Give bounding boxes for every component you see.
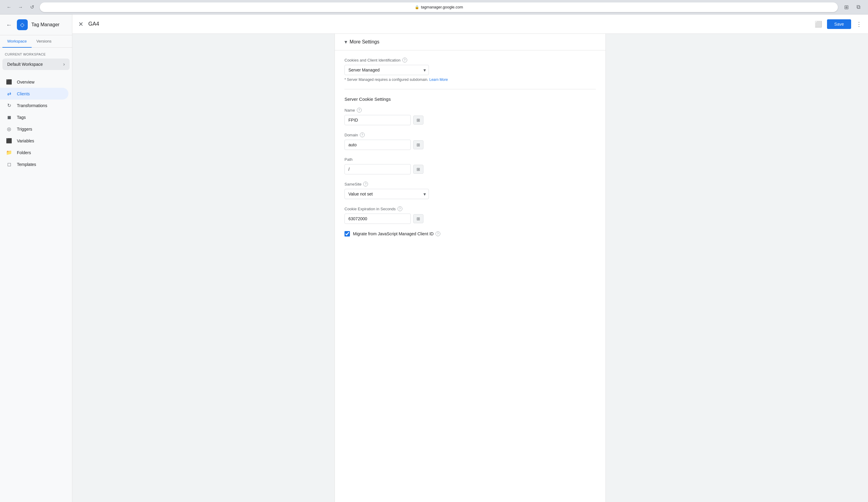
reload-button[interactable]: ↺ [28, 3, 36, 11]
path-field-group: Path ⊞ [344, 157, 596, 174]
cookies-help-icon[interactable]: ? [402, 58, 407, 62]
cookies-select[interactable]: Server Managed JavaScript Managed None [344, 65, 429, 75]
server-cookie-title: Server Cookie Settings [344, 97, 596, 102]
name-insert-variable-button[interactable]: ⊞ [413, 116, 423, 124]
name-label-text: Name [344, 108, 355, 112]
domain-label-text: Domain [344, 133, 358, 137]
domain-help-icon[interactable]: ? [360, 132, 365, 137]
clients-icon: ⇄ [6, 91, 12, 97]
address-text: tagmanager.google.com [421, 5, 463, 9]
expiration-label-text: Cookie Expiration in Seconds [344, 207, 396, 211]
collapse-icon: ▾ [344, 39, 347, 45]
tab-versions[interactable]: Versions [32, 35, 56, 48]
browser-chrome: ← → ↺ 🔒 tagmanager.google.com ⊞ ⧉ [0, 0, 868, 14]
domain-insert-variable-button[interactable]: ⊞ [413, 140, 423, 149]
expiration-input[interactable] [344, 214, 411, 224]
samesite-label-text: SameSite [344, 182, 361, 187]
app-name: Tag Manager [31, 22, 59, 28]
overview-icon: ⬛ [6, 79, 12, 85]
more-settings-body: Cookies and Client Identification ? Serv… [335, 50, 606, 244]
path-insert-variable-icon: ⊞ [416, 167, 420, 172]
section-divider [344, 89, 596, 89]
close-button[interactable]: ✕ [77, 19, 85, 29]
cookies-select-wrapper: Server Managed JavaScript Managed None ▾ [344, 65, 429, 75]
more-options-button[interactable]: ⋮ [855, 19, 863, 29]
cookies-label-text: Cookies and Client Identification [344, 58, 401, 62]
forward-button[interactable]: → [16, 3, 25, 11]
name-field-group: Name ? ⊞ [344, 108, 596, 125]
migrate-help-icon[interactable]: ? [435, 231, 440, 236]
domain-input[interactable] [344, 140, 411, 150]
expiration-insert-variable-button[interactable]: ⊞ [413, 214, 423, 223]
sidebar-item-transformations[interactable]: ↻ Transformations [0, 100, 69, 111]
sidebar-item-triggers[interactable]: ◎ Triggers [0, 123, 69, 135]
logo-icon: ◇ [17, 19, 28, 30]
current-workspace-label: CURRENT WORKSPACE [0, 48, 72, 57]
expiration-help-icon[interactable]: ? [397, 206, 402, 211]
cookies-help-text: * Server Managed requires a configured s… [344, 78, 596, 82]
workspace-arrow-icon: › [63, 61, 65, 67]
tags-icon: ◼ [6, 114, 12, 120]
sidebar-item-label-templates: Templates [17, 162, 36, 167]
topbar: ✕ GA4 ⬜ Save ⋮ [72, 14, 868, 34]
sidebar-item-folders[interactable]: 📁 Folders [0, 147, 69, 158]
cookies-help-text-content: * Server Managed requires a configured s… [344, 78, 428, 82]
sidebar-item-label-clients: Clients [17, 91, 30, 96]
expiration-field-group: Cookie Expiration in Seconds ? ⊞ [344, 206, 596, 224]
sidebar: ← ◇ Tag Manager Workspace Versions CURRE… [0, 14, 72, 502]
browser-controls: ← → ↺ [5, 3, 36, 11]
extensions-button[interactable]: ⊞ [841, 2, 851, 12]
migrate-label-text: Migrate from JavaScript Managed Client I… [353, 231, 434, 236]
browser-actions: ⊞ ⧉ [841, 2, 863, 12]
tab-workspace[interactable]: Workspace [2, 35, 32, 48]
more-settings-section-header[interactable]: ▾ More Settings [335, 34, 606, 50]
more-settings-title: More Settings [350, 39, 380, 45]
path-label: Path [344, 157, 596, 162]
sidebar-item-label-transformations: Transformations [17, 103, 47, 108]
domain-insert-variable-icon: ⊞ [416, 142, 420, 147]
sidebar-item-variables[interactable]: ⬛ Variables [0, 135, 69, 147]
samesite-label: SameSite ? [344, 182, 596, 187]
workspace-selector[interactable]: Default Workspace › [2, 59, 70, 70]
split-button[interactable]: ⧉ [854, 2, 863, 12]
name-input[interactable] [344, 115, 411, 125]
transformations-icon: ↻ [6, 103, 12, 108]
samesite-field-group: SameSite ? Value not set Strict Lax None… [344, 182, 596, 199]
sidebar-item-label-overview: Overview [17, 80, 34, 84]
lock-icon: 🔒 [415, 5, 419, 9]
name-help-icon[interactable]: ? [357, 108, 362, 112]
expiration-input-row: ⊞ [344, 214, 596, 224]
sidebar-item-clients[interactable]: ⇄ Clients [0, 88, 69, 100]
path-label-text: Path [344, 157, 353, 162]
samesite-select-wrapper: Value not set Strict Lax None ▾ [344, 189, 429, 199]
back-button[interactable]: ← [5, 3, 13, 11]
sidebar-item-label-triggers: Triggers [17, 127, 32, 132]
migrate-label[interactable]: Migrate from JavaScript Managed Client I… [353, 231, 440, 236]
path-insert-variable-button[interactable]: ⊞ [413, 165, 423, 174]
folders-icon: 📁 [6, 150, 12, 155]
address-bar[interactable]: 🔒 tagmanager.google.com [40, 2, 838, 12]
domain-field-group: Domain ? ⊞ [344, 132, 596, 150]
sidebar-item-tags[interactable]: ◼ Tags [0, 111, 69, 123]
migrate-checkbox[interactable] [344, 231, 350, 237]
path-input-row: ⊞ [344, 164, 596, 174]
expiration-insert-variable-icon: ⊞ [416, 216, 420, 221]
learn-more-link[interactable]: Learn More [430, 78, 448, 82]
triggers-icon: ◎ [6, 126, 12, 132]
sidebar-item-templates[interactable]: ◻ Templates [0, 158, 69, 170]
samesite-select[interactable]: Value not set Strict Lax None [344, 189, 429, 199]
sidebar-item-overview[interactable]: ⬛ Overview [0, 76, 69, 88]
insert-variable-icon: ⊞ [416, 118, 420, 122]
samesite-help-icon[interactable]: ? [363, 182, 368, 187]
cookies-label: Cookies and Client Identification ? [344, 58, 596, 62]
form-panel: ▾ More Settings Cookies and Client Ident… [334, 34, 606, 502]
save-button[interactable]: Save [827, 19, 851, 29]
sidebar-item-label-tags: Tags [17, 115, 26, 120]
sidebar-back-button[interactable]: ← [5, 20, 13, 30]
app-container: ← ◇ Tag Manager Workspace Versions CURRE… [0, 14, 868, 502]
path-input[interactable] [344, 164, 411, 174]
folder-button[interactable]: ⬜ [814, 19, 823, 29]
workspace-name: Default Workspace [7, 62, 43, 67]
page-title: GA4 [88, 21, 810, 27]
cookies-field-group: Cookies and Client Identification ? Serv… [344, 58, 596, 82]
